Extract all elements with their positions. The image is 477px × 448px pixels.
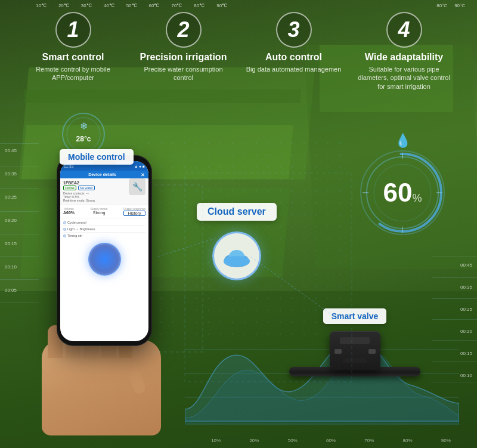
bottom-label-3: 60%	[326, 438, 336, 443]
left-chart-label-4: 00:15	[5, 241, 17, 246]
water-drop-icon: 💧	[395, 133, 411, 149]
humidity-gauge-section: 💧 60%	[358, 148, 447, 237]
bottom-label-6: 90%	[441, 438, 451, 443]
right-chart-label-0: 00:45	[460, 262, 472, 268]
bottom-label-2: 50%	[288, 438, 298, 443]
features-section: 1 Smart control Remote control by mobile…	[0, 12, 477, 91]
left-chart-label-0: 00:45	[5, 148, 17, 153]
online-badge: Online	[63, 186, 76, 190]
right-chart-label-2: 00:25	[460, 307, 472, 312]
feature-title-2: Precision irrigation	[140, 51, 227, 63]
feature-number-4: 4	[386, 12, 422, 48]
bottom-label-5: 80%	[403, 438, 413, 443]
svg-point-13	[224, 256, 250, 267]
screen-title: Device details	[88, 172, 116, 177]
temp-label: 10℃	[36, 3, 47, 8]
humidity-number: 60	[383, 178, 413, 207]
feature-number-3: 3	[276, 12, 312, 48]
stats-area: Volume A60% Supply mode Strong Output re…	[60, 205, 148, 218]
humidity-gauge: 💧 60%	[358, 148, 447, 237]
left-chart-label-3: 09:20	[5, 218, 17, 223]
phone-screen: 11:33 ▲ ● ■ Device details ✕ 1FBEA2 Onli…	[60, 161, 148, 341]
temp-label: 40℃	[104, 3, 114, 8]
right-chart-label-4: 00:15	[460, 351, 472, 356]
cloud-server-label: Cloud server	[197, 203, 277, 221]
phone-body: 11:33 ▲ ● ■ Device details ✕ 1FBEA2 Onli…	[57, 155, 152, 346]
feature-number-1: 1	[55, 12, 91, 48]
bottom-label-0: 10%	[211, 438, 221, 443]
cloud-icon	[221, 245, 252, 267]
bottom-x-labels: 10% 20% 50% 60% 70% 80% 90%	[197, 438, 465, 443]
top-right-label-1: 90°C	[454, 3, 465, 8]
phone-section: Mobile control 11:33 ▲ ● ■ Dev	[42, 155, 179, 435]
temp-bar: 10℃ 20℃ 30℃ 40℃ 50℃ 60℃ 70℃ 80℃ 90℃	[36, 3, 227, 8]
valve-device	[289, 331, 420, 376]
left-chart-labels: 00:45 00:35 00:25 09:20 00:15 00:10 00:0…	[5, 148, 17, 293]
feature-title-4: Wide adaptability	[365, 51, 443, 63]
right-chart-labels: 00:45 00:35 00:25 00:20 00:15 00:10	[460, 262, 472, 378]
temp-label: 30℃	[81, 3, 92, 8]
temp-label: 80℃	[194, 3, 205, 8]
svg-text:28°c: 28°c	[76, 135, 91, 143]
feature-4: 4 Wide adaptability Suitable for various…	[357, 12, 452, 91]
feature-desc-4: Suitable for various pipe diameters, opt…	[357, 65, 452, 91]
right-chart-label-1: 00:35	[460, 285, 472, 290]
top-right-labels: 80°C 90°C	[436, 3, 465, 8]
feature-3: 3 Auto control Big data automated manage…	[246, 12, 342, 91]
feature-1: 1 Smart control Remote control by mobile…	[26, 12, 121, 91]
left-chart-label-6: 00:05	[5, 288, 17, 293]
app-header: Device details ✕	[60, 171, 148, 178]
left-chart-label-2: 00:25	[5, 194, 17, 200]
phone-blue-circle	[88, 243, 121, 276]
control-lines: ◎ Cycle control ◎ Light → Brightness ◎ T…	[60, 218, 148, 240]
temp-label: 90℃	[216, 3, 227, 8]
temp-label: 70℃	[171, 3, 182, 8]
temp-label: 20℃	[58, 3, 69, 8]
feature-title-1: Smart control	[42, 51, 104, 63]
bottom-label-4: 70%	[364, 438, 374, 443]
phone-icons: ▲ ● ■	[134, 164, 145, 168]
left-chart-label-1: 00:35	[5, 171, 17, 177]
feature-desc-2: Precise water consumption control	[136, 65, 231, 82]
smart-valve-section: Smart valve	[289, 308, 420, 376]
cloud-icon-container	[212, 231, 261, 280]
feature-number-2: 2	[166, 12, 202, 48]
mobile-control-label: Mobile control	[60, 149, 134, 165]
temp-label: 60℃	[149, 3, 160, 8]
humidity-value: 60%	[383, 180, 422, 206]
water-badge: No water	[78, 186, 95, 190]
humidity-unit: %	[412, 192, 422, 204]
svg-text:❄: ❄	[80, 121, 88, 131]
device-thumbnail: 🔧	[129, 178, 145, 195]
feature-2: 2 Precision irrigation Precise water con…	[136, 12, 231, 91]
device-info-card: 1FBEA2 Online No water 🔧 Device contacts…	[60, 178, 148, 205]
feature-desc-1: Remote control by mobile APP/computer	[26, 65, 121, 82]
temp-label: 50℃	[126, 3, 137, 8]
right-chart-label-3: 00:20	[460, 329, 472, 334]
cloud-server-section: Cloud server	[197, 203, 277, 280]
feature-title-3: Auto control	[265, 51, 322, 63]
bottom-label-1: 20%	[249, 438, 259, 443]
top-right-label-0: 80°C	[436, 3, 447, 8]
feature-desc-3: Big data automated managemen	[246, 65, 342, 73]
left-chart-label-5: 00:10	[5, 264, 17, 270]
right-chart-label-5: 00:10	[460, 373, 472, 378]
smart-valve-label: Smart valve	[323, 308, 387, 324]
valve-body-main	[330, 331, 380, 370]
